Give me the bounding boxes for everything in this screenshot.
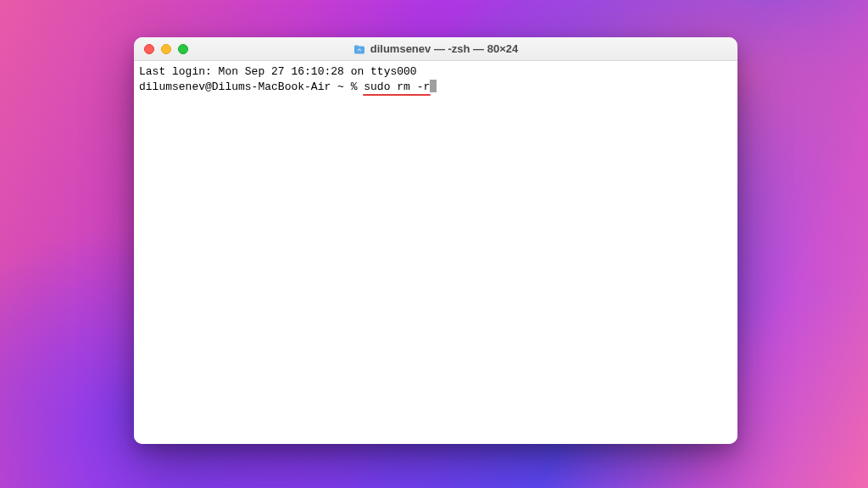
window-title-bar[interactable]: dilumsenev — -zsh — 80×24 bbox=[134, 37, 737, 61]
text-cursor bbox=[430, 80, 437, 92]
typed-command: sudo rm -r bbox=[364, 80, 430, 93]
window-controls bbox=[134, 44, 188, 54]
terminal-content[interactable]: Last login: Mon Sep 27 16:10:28 on ttys0… bbox=[134, 61, 737, 444]
last-login-line: Last login: Mon Sep 27 16:10:28 on ttys0… bbox=[139, 64, 732, 80]
maximize-button[interactable] bbox=[178, 44, 188, 54]
home-folder-icon bbox=[353, 43, 365, 55]
title-center: dilumsenev — -zsh — 80×24 bbox=[134, 42, 737, 55]
terminal-window: dilumsenev — -zsh — 80×24 Last login: Mo… bbox=[134, 37, 737, 444]
shell-prompt: dilumsenev@Dilums-MacBook-Air ~ % bbox=[139, 80, 364, 93]
close-button[interactable] bbox=[144, 44, 154, 54]
prompt-line: dilumsenev@Dilums-MacBook-Air ~ % sudo r… bbox=[139, 80, 437, 125]
annotation-underline bbox=[363, 94, 431, 97]
minimize-button[interactable] bbox=[161, 44, 171, 54]
svg-rect-1 bbox=[354, 45, 359, 47]
window-title: dilumsenev — -zsh — 80×24 bbox=[370, 42, 518, 55]
